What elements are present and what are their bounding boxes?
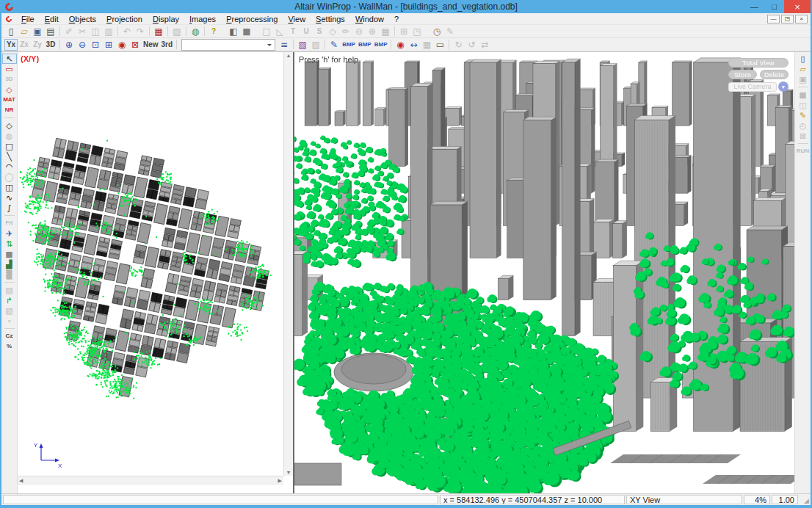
zoom-reset-button[interactable]: ⊠ <box>128 39 142 51</box>
zoom-extend-button[interactable]: ⊞ <box>102 39 115 51</box>
menu-images[interactable]: Images <box>184 14 221 24</box>
check-db-button[interactable]: ⊠ <box>796 131 811 141</box>
pattern-button[interactable]: ▧ <box>2 305 17 316</box>
solid-button[interactable]: ■ <box>796 90 811 100</box>
mdi-minimize-button[interactable]: — <box>767 15 780 23</box>
save-button[interactable]: ▣ <box>31 26 44 37</box>
zoom-selection-button[interactable]: ◉ <box>115 39 128 51</box>
marker-button[interactable]: ◉ <box>394 39 407 51</box>
preview-window-button[interactable]: ◳ <box>410 26 424 37</box>
vertical-scrollbar[interactable]: ▲ ▼ <box>283 52 293 476</box>
resize-grip[interactable]: ◢ <box>800 495 809 504</box>
menu-settings[interactable]: Settings <box>311 14 350 24</box>
view-3d-canvas[interactable] <box>294 52 794 493</box>
new-file-button[interactable]: ▯ <box>4 26 18 37</box>
select-tool-button[interactable]: ↖ <box>2 54 17 64</box>
draw-polygon-tool-button[interactable]: ◇ <box>2 120 17 131</box>
maximize-button[interactable]: □ <box>764 0 784 13</box>
new-project-button[interactable]: ▯ <box>796 54 811 64</box>
minimize-button[interactable]: — <box>744 0 764 13</box>
measure-button[interactable]: ↔ <box>407 39 420 51</box>
menu-projection[interactable]: Projection <box>101 14 148 24</box>
panel-toggle-button[interactable]: ◧ <box>227 26 240 37</box>
menu-window[interactable]: Window <box>350 14 389 24</box>
total-view-button[interactable]: Total View <box>728 58 789 68</box>
points-button[interactable]: ∘ <box>2 316 17 326</box>
menu-preprocessing[interactable]: Preprocessing <box>221 14 283 24</box>
menu-display[interactable]: Display <box>148 14 184 24</box>
material-tool-button[interactable]: MAT <box>2 95 17 105</box>
draw-circle-polygon-tool-button[interactable]: ◍ <box>2 131 17 141</box>
polygon-select-tool-button[interactable]: ◇ <box>2 84 17 95</box>
horizontal-scrollbar[interactable]: ◀ ▶ <box>18 476 283 485</box>
grid-toggle-button[interactable]: ▦ <box>420 39 433 51</box>
scroll-up-icon[interactable]: ▲ <box>285 52 293 59</box>
image-overlay-button[interactable]: ▨ <box>2 285 17 295</box>
print-button[interactable]: ▤ <box>44 26 57 37</box>
coord-z-button[interactable]: Cz <box>2 331 17 341</box>
store-button[interactable]: Store <box>728 70 757 79</box>
draw-sphere-button[interactable]: ⊕ <box>366 26 379 37</box>
run-button[interactable]: RUN <box>796 146 811 156</box>
bmp-copy-button[interactable]: BMP <box>357 39 373 51</box>
pick-tool-button[interactable]: ✎ <box>327 39 341 51</box>
live-camera-dropdown-button[interactable]: ▼ <box>778 81 789 92</box>
select-area-tool-button[interactable]: ▭ <box>2 64 17 74</box>
new-view-button[interactable]: New <box>142 39 160 51</box>
object-select-combobox[interactable] <box>181 39 275 51</box>
fit-view-button[interactable]: Fit <box>2 218 17 228</box>
bmp-export-button[interactable]: BMP <box>341 39 357 51</box>
view-zy-button[interactable]: Zy <box>31 39 44 51</box>
copy-button[interactable]: ◫ <box>89 26 102 37</box>
draw-rhombus-button[interactable]: ◇ <box>326 26 339 37</box>
draw-sshape-button[interactable]: S <box>313 26 326 37</box>
live-camera-field[interactable]: Live Camera <box>728 82 777 92</box>
flip-button[interactable]: ⇄ <box>478 39 491 51</box>
scroll-left-icon[interactable]: ◀ <box>18 477 24 485</box>
menu-file[interactable]: File <box>16 14 40 24</box>
draw-cylinder-button[interactable]: ⊖ <box>352 26 366 37</box>
menu-view[interactable]: View <box>283 14 311 24</box>
terrain-tool-button[interactable]: ▒ <box>2 269 17 280</box>
display-options-button[interactable]: ◍ <box>189 26 202 37</box>
number-tool-button[interactable]: NR <box>2 105 17 115</box>
mdi-close-button[interactable]: × <box>795 15 808 23</box>
convert-arrow-button[interactable]: ↱ <box>2 295 17 305</box>
settings-db-button[interactable]: ◴ <box>796 120 811 131</box>
percent-button[interactable]: % <box>2 341 17 352</box>
draw-tshape-button[interactable]: T <box>286 26 300 37</box>
menu-help[interactable]: ? <box>389 14 404 24</box>
wall-tool-button[interactable]: ■ <box>2 249 17 259</box>
time-control-button[interactable]: ◷ <box>430 26 443 37</box>
vegetation-height-button[interactable]: ⇅ <box>2 239 17 249</box>
open-file-button[interactable]: ▱ <box>18 26 31 37</box>
draw-ushape-button[interactable]: U <box>300 26 313 37</box>
map-2d-canvas[interactable] <box>18 52 283 476</box>
cut-button[interactable]: ✂ <box>76 26 89 37</box>
zoom-in-button[interactable]: ⊕ <box>62 39 76 51</box>
redo-button[interactable]: ↷ <box>134 26 147 37</box>
split-horizontal-button[interactable]: ⊞ <box>397 26 410 37</box>
draw-box-tool-button[interactable]: ◫ <box>2 182 17 192</box>
material-database-button[interactable]: ▦ <box>152 26 165 37</box>
delete-button[interactable]: Delete <box>760 70 789 79</box>
draw-rectangle-tool-button[interactable]: □ <box>2 141 17 151</box>
knife-tool-button[interactable]: ✐ <box>62 26 76 37</box>
help-button[interactable]: ? <box>207 26 220 37</box>
zoom-out-button[interactable]: ⊖ <box>76 39 89 51</box>
paste-button[interactable]: ▥ <box>102 26 115 37</box>
view-3d-button[interactable]: 3D <box>44 39 57 51</box>
draw-line-button[interactable]: ✏ <box>339 26 352 37</box>
screenshot-button[interactable]: ▭ <box>433 39 446 51</box>
scroll-right-icon[interactable]: ▶ <box>277 477 283 485</box>
draw-spline-tool-button[interactable]: ∫ <box>2 203 17 213</box>
save-project-button[interactable]: ▣ <box>796 74 811 84</box>
draw-ellipse-tool-button[interactable]: ◯ <box>2 172 17 182</box>
bmp-save-button[interactable]: BMP <box>373 39 389 51</box>
menu-edit[interactable]: Edit <box>40 14 64 24</box>
third-view-button[interactable]: 3rd <box>160 39 175 51</box>
close-button[interactable]: × <box>784 0 811 13</box>
view-xy-button[interactable]: Yx <box>4 39 18 51</box>
edit-db-button[interactable]: ✎ <box>796 110 811 120</box>
view-xz-button[interactable]: Zx <box>18 39 31 51</box>
